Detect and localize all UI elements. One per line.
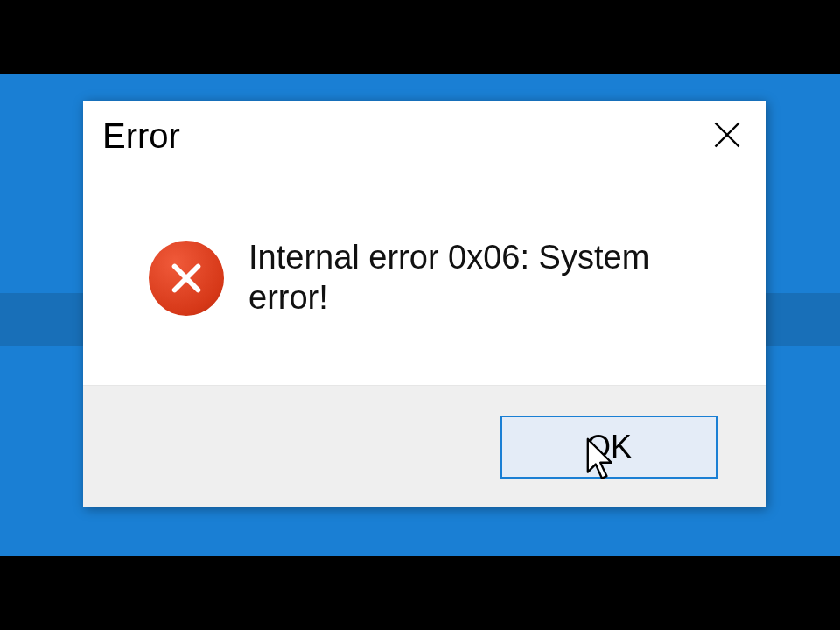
close-icon bbox=[711, 119, 743, 153]
dialog-body: Internal error 0x06: System error! bbox=[83, 171, 766, 385]
dialog-footer: OK bbox=[83, 385, 766, 508]
ok-button-label: OK bbox=[586, 429, 632, 466]
dialog-title: Error bbox=[102, 116, 180, 156]
error-dialog: Error Internal error 0x06: System error!… bbox=[83, 101, 766, 508]
close-button[interactable] bbox=[704, 113, 750, 158]
error-icon bbox=[149, 241, 224, 316]
error-message: Internal error 0x06: System error! bbox=[248, 238, 722, 318]
ok-button[interactable]: OK bbox=[500, 416, 718, 479]
dialog-titlebar[interactable]: Error bbox=[83, 101, 766, 171]
